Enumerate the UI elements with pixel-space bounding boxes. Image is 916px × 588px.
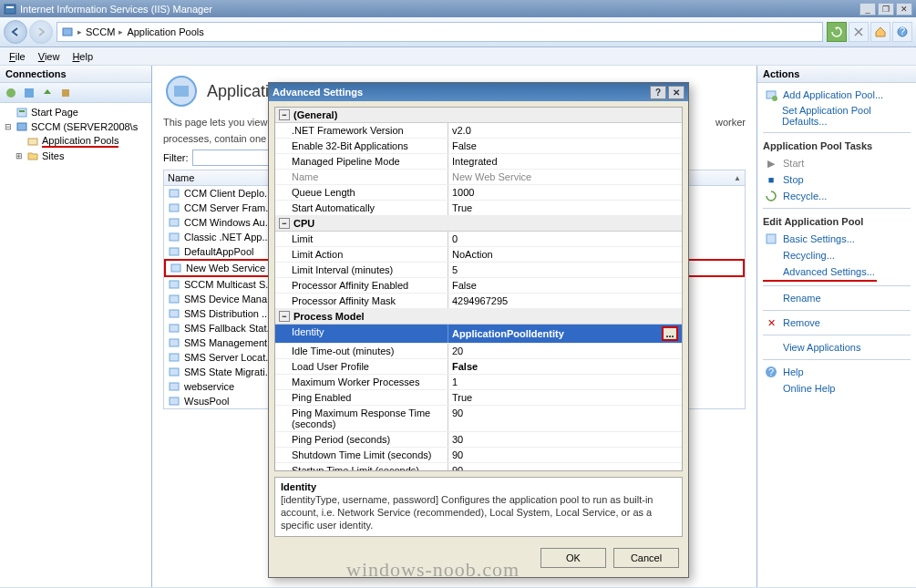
prop-max-workers[interactable]: Maximum Worker Processes1 bbox=[275, 375, 682, 390]
pool-icon bbox=[168, 307, 180, 320]
window-title: Internet Information Services (IIS) Mana… bbox=[20, 4, 859, 15]
connections-header: Connections bbox=[0, 66, 151, 83]
svg-rect-1 bbox=[6, 6, 14, 8]
prop-queue-length[interactable]: Queue Length1000 bbox=[275, 185, 682, 201]
prop-limit-interval[interactable]: Limit Interval (minutes)5 bbox=[275, 263, 682, 278]
svg-rect-20 bbox=[170, 248, 179, 255]
dialog-close-button[interactable]: ✕ bbox=[668, 86, 684, 99]
tree-sites[interactable]: ⊞ Sites bbox=[2, 149, 149, 163]
start-action[interactable]: ▶Start bbox=[763, 155, 911, 171]
ok-button[interactable]: OK bbox=[540, 548, 606, 568]
category-cpu[interactable]: −CPU bbox=[275, 216, 682, 232]
forward-button[interactable] bbox=[29, 20, 53, 44]
prop-ping-enabled[interactable]: Ping EnabledTrue bbox=[275, 390, 682, 406]
prop-identity[interactable]: Identity ApplicationPoolIdentity... bbox=[275, 325, 682, 344]
pool-icon bbox=[168, 231, 180, 243]
tree-app-pools[interactable]: Application Pools bbox=[2, 134, 149, 149]
close-button[interactable]: ✕ bbox=[896, 3, 912, 15]
view-apps-action[interactable]: View Applications bbox=[763, 339, 911, 356]
property-grid: −(General) .NET Framework Versionv2.0 En… bbox=[274, 107, 683, 471]
prop-start-auto[interactable]: Start AutomaticallyTrue bbox=[275, 201, 682, 216]
svg-point-7 bbox=[6, 88, 15, 98]
stop-button[interactable] bbox=[849, 22, 869, 42]
server-icon bbox=[15, 120, 28, 133]
pool-icon bbox=[168, 216, 180, 229]
refresh-button[interactable] bbox=[827, 22, 847, 42]
recycle-action[interactable]: Recycle... bbox=[763, 188, 911, 204]
svg-rect-30 bbox=[170, 397, 179, 405]
connections-toolbar bbox=[0, 83, 151, 103]
breadcrumb[interactable]: ▸ SCCM ▸ Application Pools bbox=[57, 22, 823, 42]
back-button[interactable] bbox=[4, 20, 27, 44]
prop-load-profile[interactable]: Load User ProfileFalse bbox=[275, 359, 682, 375]
connections-panel: Connections Start Page ⊟ SCCM (SERVER200… bbox=[0, 66, 152, 587]
prop-net-framework[interactable]: .NET Framework Versionv2.0 bbox=[275, 123, 682, 139]
remove-icon: ✕ bbox=[765, 316, 777, 329]
set-defaults-action[interactable]: Set Application Pool Defaults... bbox=[763, 103, 911, 129]
tree-server[interactable]: ⊟ SCCM (SERVER2008\s bbox=[2, 119, 149, 134]
prop-limit[interactable]: Limit0 bbox=[275, 232, 682, 247]
collapse-icon[interactable]: − bbox=[279, 109, 290, 120]
settings-icon[interactable] bbox=[58, 86, 73, 100]
svg-rect-9 bbox=[62, 89, 69, 97]
help-icon: ? bbox=[765, 366, 777, 378]
page-title: Applicati bbox=[207, 82, 269, 101]
svg-rect-22 bbox=[170, 281, 179, 288]
maximize-button[interactable]: ❐ bbox=[878, 3, 894, 15]
prop-limit-action[interactable]: Limit ActionNoAction bbox=[275, 247, 682, 263]
prop-shutdown-limit[interactable]: Shutdown Time Limit (seconds)90 bbox=[275, 448, 682, 463]
dialog-help-button[interactable]: ? bbox=[650, 86, 666, 99]
collapse-icon[interactable]: ⊟ bbox=[4, 122, 13, 131]
prop-startup-limit[interactable]: Startup Time Limit (seconds)90 bbox=[275, 463, 682, 471]
category-general[interactable]: −(General) bbox=[275, 108, 682, 123]
svg-rect-11 bbox=[19, 110, 25, 112]
add-pool-action[interactable]: Add Application Pool... bbox=[763, 87, 911, 103]
help-action[interactable]: ?Help bbox=[763, 364, 911, 380]
help-menu[interactable]: Help bbox=[67, 49, 98, 64]
pool-icon bbox=[168, 351, 180, 364]
nav-bar: ▸ SCCM ▸ Application Pools ? bbox=[0, 17, 916, 47]
stop-action[interactable]: ■Stop bbox=[763, 171, 911, 188]
category-process-model[interactable]: −Process Model bbox=[275, 309, 682, 325]
expand-icon[interactable]: ⊞ bbox=[15, 151, 24, 160]
prop-ping-max[interactable]: Ping Maximum Response Time (seconds)90 bbox=[275, 406, 682, 432]
tree-start-page[interactable]: Start Page bbox=[2, 105, 149, 119]
prop-name[interactable]: NameNew Web Service bbox=[275, 170, 682, 185]
edit-heading: Edit Application Pool bbox=[763, 216, 911, 227]
svg-rect-0 bbox=[5, 5, 15, 14]
prop-ping-period[interactable]: Ping Period (seconds)30 bbox=[275, 432, 682, 448]
prop-affinity-enabled[interactable]: Processor Affinity EnabledFalse bbox=[275, 278, 682, 294]
collapse-icon[interactable]: − bbox=[279, 218, 290, 229]
prop-idle-timeout[interactable]: Idle Time-out (minutes)20 bbox=[275, 344, 682, 359]
pool-icon bbox=[168, 366, 180, 378]
minimize-button[interactable]: _ bbox=[859, 3, 876, 15]
folder-icon bbox=[26, 150, 39, 162]
title-bar: Internet Information Services (IIS) Mana… bbox=[0, 0, 916, 17]
prop-affinity-mask[interactable]: Processor Affinity Mask4294967295 bbox=[275, 294, 682, 309]
breadcrumb-item[interactable]: Application Pools bbox=[127, 26, 203, 37]
file-menu[interactable]: File bbox=[4, 49, 31, 64]
connect-icon[interactable] bbox=[4, 86, 18, 100]
view-menu[interactable]: View bbox=[33, 49, 66, 64]
svg-rect-26 bbox=[170, 339, 179, 346]
advanced-settings-action[interactable]: Advanced Settings... bbox=[763, 263, 877, 282]
online-help-action[interactable]: Online Help bbox=[763, 380, 911, 397]
basic-settings-action[interactable]: Basic Settings... bbox=[763, 231, 911, 247]
identity-browse-button[interactable]: ... bbox=[662, 326, 678, 341]
homepage-icon bbox=[15, 106, 28, 119]
breadcrumb-item[interactable]: SCCM bbox=[86, 26, 115, 37]
pool-icon bbox=[168, 293, 180, 305]
help-dropdown-button[interactable]: ? bbox=[892, 22, 912, 42]
rename-action[interactable]: Rename bbox=[763, 290, 911, 306]
prop-pipeline-mode[interactable]: Managed Pipeline ModeIntegrated bbox=[275, 154, 682, 170]
recycling-action[interactable]: Recycling... bbox=[763, 247, 911, 263]
cancel-button[interactable]: Cancel bbox=[613, 548, 679, 568]
remove-action[interactable]: ✕Remove bbox=[763, 315, 911, 331]
save-icon[interactable] bbox=[22, 86, 36, 100]
collapse-icon[interactable]: − bbox=[279, 311, 290, 322]
up-icon[interactable] bbox=[40, 86, 55, 100]
home-button[interactable] bbox=[870, 22, 890, 42]
prop-enable-32bit[interactable]: Enable 32-Bit ApplicationsFalse bbox=[275, 139, 682, 154]
svg-rect-18 bbox=[170, 219, 179, 226]
svg-rect-16 bbox=[170, 190, 179, 197]
